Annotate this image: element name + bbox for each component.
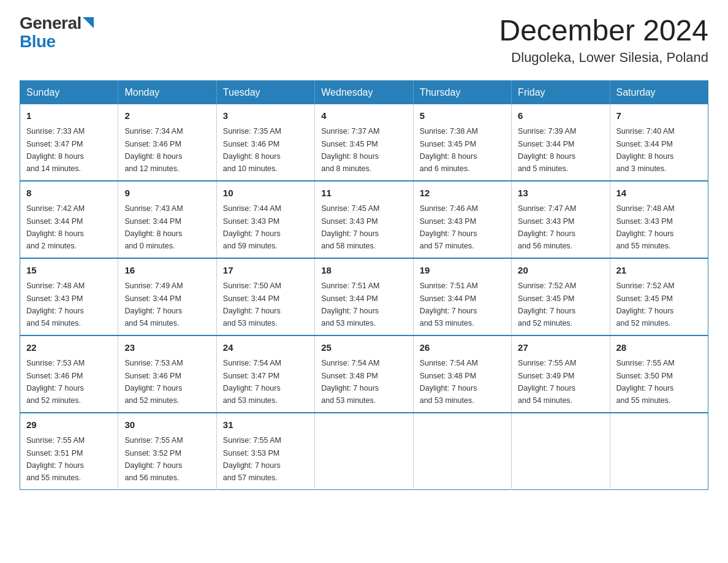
svg-marker-0 [83, 17, 94, 28]
day-info: Sunrise: 7:52 AMSunset: 3:45 PMDaylight:… [616, 282, 675, 327]
calendar-cell: 18 Sunrise: 7:51 AMSunset: 3:44 PMDaylig… [315, 258, 413, 335]
calendar-cell: 15 Sunrise: 7:48 AMSunset: 3:43 PMDaylig… [20, 258, 118, 335]
day-info: Sunrise: 7:53 AMSunset: 3:46 PMDaylight:… [124, 359, 183, 405]
day-number: 31 [223, 418, 308, 432]
month-title: December 2024 [499, 15, 708, 47]
title-section: December 2024 Dlugoleka, Lower Silesia, … [499, 15, 708, 66]
day-number: 30 [124, 418, 210, 432]
day-number: 28 [616, 341, 702, 355]
calendar-cell: 26 Sunrise: 7:54 AMSunset: 3:48 PMDaylig… [413, 335, 511, 413]
day-info: Sunrise: 7:54 AMSunset: 3:48 PMDaylight:… [321, 359, 379, 405]
calendar-cell: 9 Sunrise: 7:43 AMSunset: 3:44 PMDayligh… [118, 181, 216, 258]
calendar-week-4: 22 Sunrise: 7:53 AMSunset: 3:46 PMDaylig… [20, 335, 708, 413]
day-number: 14 [616, 186, 702, 201]
day-info: Sunrise: 7:51 AMSunset: 3:44 PMDaylight:… [321, 282, 379, 327]
header-wednesday: Wednesday [315, 80, 413, 104]
day-number: 29 [26, 418, 112, 432]
day-info: Sunrise: 7:47 AMSunset: 3:43 PMDaylight:… [518, 204, 576, 250]
calendar-cell: 22 Sunrise: 7:53 AMSunset: 3:46 PMDaylig… [20, 335, 118, 413]
header-friday: Friday [512, 80, 610, 104]
day-number: 26 [420, 341, 505, 355]
calendar-cell: 20 Sunrise: 7:52 AMSunset: 3:45 PMDaylig… [512, 258, 610, 335]
calendar-cell [413, 413, 511, 490]
day-info: Sunrise: 7:33 AMSunset: 3:47 PMDaylight:… [26, 127, 85, 173]
day-number: 13 [518, 186, 603, 201]
logo-general-text: General [20, 15, 82, 32]
calendar-cell: 28 Sunrise: 7:55 AMSunset: 3:50 PMDaylig… [610, 335, 708, 413]
calendar-week-2: 8 Sunrise: 7:42 AMSunset: 3:44 PMDayligh… [20, 181, 708, 258]
day-info: Sunrise: 7:38 AMSunset: 3:45 PMDaylight:… [420, 127, 478, 173]
calendar-cell: 6 Sunrise: 7:39 AMSunset: 3:44 PMDayligh… [512, 104, 610, 181]
day-info: Sunrise: 7:35 AMSunset: 3:46 PMDaylight:… [223, 127, 281, 173]
day-info: Sunrise: 7:43 AMSunset: 3:44 PMDaylight:… [124, 204, 183, 250]
day-number: 19 [420, 264, 505, 278]
day-info: Sunrise: 7:48 AMSunset: 3:43 PMDaylight:… [26, 282, 85, 327]
day-number: 1 [26, 109, 112, 123]
day-info: Sunrise: 7:46 AMSunset: 3:43 PMDaylight:… [420, 204, 478, 250]
day-number: 4 [321, 109, 406, 123]
header-saturday: Saturday [610, 80, 708, 104]
calendar-cell: 24 Sunrise: 7:54 AMSunset: 3:47 PMDaylig… [216, 335, 314, 413]
calendar-cell: 1 Sunrise: 7:33 AMSunset: 3:47 PMDayligh… [20, 104, 118, 181]
day-info: Sunrise: 7:42 AMSunset: 3:44 PMDaylight:… [26, 204, 85, 250]
calendar-cell: 27 Sunrise: 7:55 AMSunset: 3:49 PMDaylig… [512, 335, 610, 413]
day-number: 25 [321, 341, 406, 355]
calendar-cell: 25 Sunrise: 7:54 AMSunset: 3:48 PMDaylig… [315, 335, 413, 413]
header-thursday: Thursday [413, 80, 511, 104]
calendar-header-row: SundayMondayTuesdayWednesdayThursdayFrid… [20, 80, 708, 104]
calendar-cell: 5 Sunrise: 7:38 AMSunset: 3:45 PMDayligh… [413, 104, 511, 181]
calendar-cell: 8 Sunrise: 7:42 AMSunset: 3:44 PMDayligh… [20, 181, 118, 258]
calendar-cell: 13 Sunrise: 7:47 AMSunset: 3:43 PMDaylig… [512, 181, 610, 258]
page-header: General Blue December 2024 Dlugoleka, Lo… [20, 15, 708, 66]
calendar-cell: 30 Sunrise: 7:55 AMSunset: 3:52 PMDaylig… [118, 413, 216, 490]
day-number: 21 [616, 264, 702, 278]
calendar-week-5: 29 Sunrise: 7:55 AMSunset: 3:51 PMDaylig… [20, 413, 708, 490]
day-info: Sunrise: 7:50 AMSunset: 3:44 PMDaylight:… [223, 282, 281, 327]
calendar-cell: 4 Sunrise: 7:37 AMSunset: 3:45 PMDayligh… [315, 104, 413, 181]
header-sunday: Sunday [20, 80, 118, 104]
day-info: Sunrise: 7:55 AMSunset: 3:51 PMDaylight:… [26, 436, 85, 482]
day-info: Sunrise: 7:49 AMSunset: 3:44 PMDaylight:… [124, 282, 183, 327]
calendar-cell: 7 Sunrise: 7:40 AMSunset: 3:44 PMDayligh… [610, 104, 708, 181]
day-number: 20 [518, 264, 603, 278]
calendar-week-1: 1 Sunrise: 7:33 AMSunset: 3:47 PMDayligh… [20, 104, 708, 181]
calendar-week-3: 15 Sunrise: 7:48 AMSunset: 3:43 PMDaylig… [20, 258, 708, 335]
calendar-cell: 14 Sunrise: 7:48 AMSunset: 3:43 PMDaylig… [610, 181, 708, 258]
day-number: 17 [223, 264, 308, 278]
logo: General Blue [20, 15, 94, 52]
day-number: 6 [518, 109, 603, 123]
logo-arrow-icon [83, 17, 94, 30]
day-number: 24 [223, 341, 308, 355]
header-monday: Monday [118, 80, 216, 104]
calendar-cell: 10 Sunrise: 7:44 AMSunset: 3:43 PMDaylig… [216, 181, 314, 258]
header-tuesday: Tuesday [216, 80, 314, 104]
calendar-cell: 23 Sunrise: 7:53 AMSunset: 3:46 PMDaylig… [118, 335, 216, 413]
day-info: Sunrise: 7:55 AMSunset: 3:50 PMDaylight:… [616, 359, 675, 405]
day-number: 27 [518, 341, 603, 355]
calendar-cell: 12 Sunrise: 7:46 AMSunset: 3:43 PMDaylig… [413, 181, 511, 258]
day-info: Sunrise: 7:48 AMSunset: 3:43 PMDaylight:… [616, 204, 675, 250]
day-info: Sunrise: 7:34 AMSunset: 3:46 PMDaylight:… [124, 127, 183, 173]
day-number: 15 [26, 264, 112, 278]
calendar-cell [610, 413, 708, 490]
calendar-cell: 19 Sunrise: 7:51 AMSunset: 3:44 PMDaylig… [413, 258, 511, 335]
day-number: 11 [321, 186, 406, 201]
day-number: 9 [124, 186, 210, 201]
day-number: 8 [26, 186, 112, 201]
day-info: Sunrise: 7:55 AMSunset: 3:53 PMDaylight:… [223, 436, 281, 482]
day-info: Sunrise: 7:45 AMSunset: 3:43 PMDaylight:… [321, 204, 379, 250]
logo-blue-text: Blue [20, 32, 56, 52]
day-info: Sunrise: 7:54 AMSunset: 3:47 PMDaylight:… [223, 359, 281, 405]
calendar-cell [315, 413, 413, 490]
day-number: 5 [420, 109, 505, 123]
day-number: 18 [321, 264, 406, 278]
day-info: Sunrise: 7:55 AMSunset: 3:52 PMDaylight:… [124, 436, 183, 482]
day-number: 23 [124, 341, 210, 355]
day-info: Sunrise: 7:53 AMSunset: 3:46 PMDaylight:… [26, 359, 85, 405]
calendar-cell: 3 Sunrise: 7:35 AMSunset: 3:46 PMDayligh… [216, 104, 314, 181]
day-info: Sunrise: 7:52 AMSunset: 3:45 PMDaylight:… [518, 282, 576, 327]
day-info: Sunrise: 7:40 AMSunset: 3:44 PMDaylight:… [616, 127, 675, 173]
day-number: 16 [124, 264, 210, 278]
day-number: 12 [420, 186, 505, 201]
day-number: 7 [616, 109, 702, 123]
